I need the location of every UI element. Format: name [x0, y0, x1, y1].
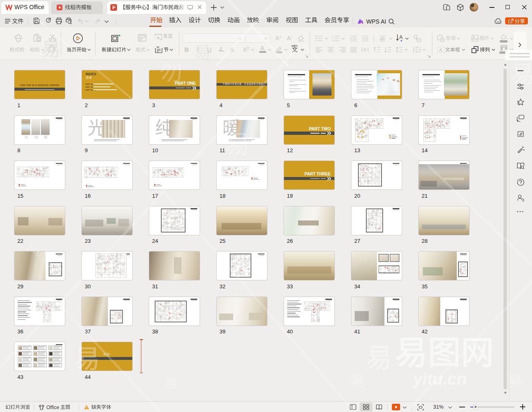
svg-text:ab: ab	[380, 36, 385, 41]
svg-text:A: A	[439, 48, 443, 53]
svg-text:3: 3	[332, 40, 333, 42]
svg-text:A: A	[399, 34, 403, 40]
